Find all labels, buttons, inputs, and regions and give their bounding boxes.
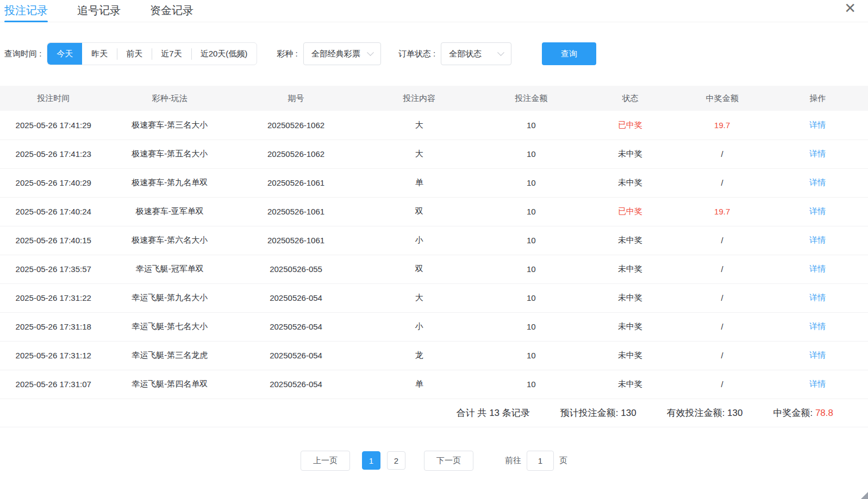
cell-time: 2025-05-26 17:35:57 xyxy=(0,255,107,283)
search-button[interactable]: 查询 xyxy=(542,42,596,65)
cell-content: 小 xyxy=(359,312,479,341)
pagination: 上一页 1 2 下一页 前往 页 xyxy=(0,451,868,471)
cell-amount: 10 xyxy=(479,226,584,255)
table-row: 2025-05-26 17:41:29极速赛车-第三名大小20250526-10… xyxy=(0,111,868,140)
tab-fund-records[interactable]: 资金记录 xyxy=(150,0,193,23)
detail-link[interactable]: 详情 xyxy=(809,120,826,129)
cell-issue: 20250526-1062 xyxy=(233,111,359,140)
cell-status: 已中奖 xyxy=(583,111,677,140)
page-button-1[interactable]: 1 xyxy=(362,451,380,470)
cell-time: 2025-05-26 17:31:07 xyxy=(0,370,107,399)
time-option-7days[interactable]: 近7天 xyxy=(152,43,191,65)
cell-issue: 20250526-055 xyxy=(233,255,359,283)
cell-game: 幸运飞艇-第七名大小 xyxy=(107,312,233,341)
cell-issue: 20250526-054 xyxy=(233,283,359,312)
cell-amount: 10 xyxy=(479,370,584,399)
col-prize-amount: 中奖金额 xyxy=(677,86,767,111)
cell-content: 双 xyxy=(359,197,479,226)
cell-amount: 10 xyxy=(479,168,584,197)
col-status: 状态 xyxy=(583,86,677,111)
resize-corner-handle[interactable] xyxy=(861,492,868,499)
cell-time: 2025-05-26 17:40:29 xyxy=(0,168,107,197)
detail-link[interactable]: 详情 xyxy=(809,379,826,388)
summary-expected-amount: 预计投注金额: 130 xyxy=(560,407,636,419)
detail-link[interactable]: 详情 xyxy=(809,350,826,359)
cell-game: 极速赛车-第三名大小 xyxy=(107,111,233,140)
cell-content: 单 xyxy=(359,168,479,197)
cell-time: 2025-05-26 17:31:12 xyxy=(0,341,107,370)
table-row: 2025-05-26 17:40:29极速赛车-第九名单双20250526-10… xyxy=(0,168,868,197)
cell-time: 2025-05-26 17:31:18 xyxy=(0,312,107,341)
cell-status: 未中奖 xyxy=(583,255,677,283)
detail-link[interactable]: 详情 xyxy=(809,206,826,216)
table-row: 2025-05-26 17:40:24极速赛车-亚军单双20250526-106… xyxy=(0,197,868,226)
table-row: 2025-05-26 17:40:15极速赛车-第六名大小20250526-10… xyxy=(0,226,868,255)
prev-page-button[interactable]: 上一页 xyxy=(301,451,350,471)
cell-status: 未中奖 xyxy=(583,140,677,168)
detail-link[interactable]: 详情 xyxy=(809,264,826,273)
time-option-day-before[interactable]: 前天 xyxy=(117,43,152,65)
lottery-filter-label: 彩种 : xyxy=(277,49,297,59)
time-option-20days[interactable]: 近20天(低频) xyxy=(191,43,257,65)
cell-content: 单 xyxy=(359,370,479,399)
cell-time: 2025-05-26 17:41:23 xyxy=(0,140,107,168)
col-issue: 期号 xyxy=(233,86,359,111)
table-row: 2025-05-26 17:31:12幸运飞艇-第三名龙虎20250526-05… xyxy=(0,341,868,370)
detail-link[interactable]: 详情 xyxy=(809,235,826,244)
chevron-down-icon xyxy=(367,49,374,56)
cell-prize: 19.7 xyxy=(677,111,767,140)
cell-issue: 20250526-1061 xyxy=(233,226,359,255)
filter-bar: 查询时间 : 今天 昨天 前天 近7天 近20天(低频) 彩种 : 全部经典彩票… xyxy=(0,42,868,65)
cell-content: 大 xyxy=(359,111,479,140)
cell-game: 极速赛车-第五名大小 xyxy=(107,140,233,168)
cell-amount: 10 xyxy=(479,341,584,370)
cell-amount: 10 xyxy=(479,140,584,168)
page-button-2[interactable]: 2 xyxy=(387,451,405,470)
cell-prize: / xyxy=(677,140,767,168)
cell-time: 2025-05-26 17:31:22 xyxy=(0,283,107,312)
cell-prize: / xyxy=(677,341,767,370)
cell-prize: / xyxy=(677,255,767,283)
close-icon[interactable]: ✕ xyxy=(844,0,856,16)
cell-content: 小 xyxy=(359,226,479,255)
detail-link[interactable]: 详情 xyxy=(809,321,826,331)
table-row: 2025-05-26 17:31:07幸运飞艇-第四名单双20250526-05… xyxy=(0,370,868,399)
cell-prize: / xyxy=(677,312,767,341)
cell-status: 未中奖 xyxy=(583,283,677,312)
time-range-group: 今天 昨天 前天 近7天 近20天(低频) xyxy=(47,42,257,65)
cell-issue: 20250526-054 xyxy=(233,370,359,399)
cell-prize: 19.7 xyxy=(677,197,767,226)
col-bet-time: 投注时间 xyxy=(0,86,107,111)
cell-status: 已中奖 xyxy=(583,197,677,226)
cell-time: 2025-05-26 17:41:29 xyxy=(0,111,107,140)
bet-records-table: 投注时间 彩种-玩法 期号 投注内容 投注金额 状态 中奖金额 操作 2025-… xyxy=(0,86,868,399)
detail-link[interactable]: 详情 xyxy=(809,149,826,158)
cell-amount: 10 xyxy=(479,111,584,140)
table-row: 2025-05-26 17:31:22幸运飞艇-第九名大小20250526-05… xyxy=(0,283,868,312)
col-bet-amount: 投注金额 xyxy=(479,86,584,111)
cell-game: 幸运飞艇-第三名龙虎 xyxy=(107,341,233,370)
table-header-row: 投注时间 彩种-玩法 期号 投注内容 投注金额 状态 中奖金额 操作 xyxy=(0,86,868,111)
detail-link[interactable]: 详情 xyxy=(809,293,826,302)
cell-time: 2025-05-26 17:40:24 xyxy=(0,197,107,226)
summary-bar: 合计 共 13 条记录 预计投注金额: 130 有效投注金额: 130 中奖金额… xyxy=(0,399,868,427)
cell-status: 未中奖 xyxy=(583,370,677,399)
next-page-button[interactable]: 下一页 xyxy=(424,451,473,471)
tab-bet-records[interactable]: 投注记录 xyxy=(4,0,48,23)
summary-prize-label: 中奖金额: xyxy=(773,408,813,418)
time-option-yesterday[interactable]: 昨天 xyxy=(82,43,117,65)
detail-link[interactable]: 详情 xyxy=(809,178,826,187)
order-status-select[interactable]: 全部状态 xyxy=(441,42,511,65)
cell-game: 极速赛车-亚军单双 xyxy=(107,197,233,226)
goto-page-prefix: 前往 xyxy=(505,456,521,466)
cell-game: 极速赛车-第九名单双 xyxy=(107,168,233,197)
goto-page-input[interactable] xyxy=(527,451,554,471)
cell-prize: / xyxy=(677,226,767,255)
lottery-select[interactable]: 全部经典彩票 xyxy=(303,42,381,65)
tab-chase-records[interactable]: 追号记录 xyxy=(77,0,121,23)
order-status-label: 订单状态 : xyxy=(398,49,435,59)
cell-status: 未中奖 xyxy=(583,226,677,255)
cell-issue: 20250526-054 xyxy=(233,312,359,341)
cell-prize: / xyxy=(677,370,767,399)
time-option-today[interactable]: 今天 xyxy=(47,43,82,65)
